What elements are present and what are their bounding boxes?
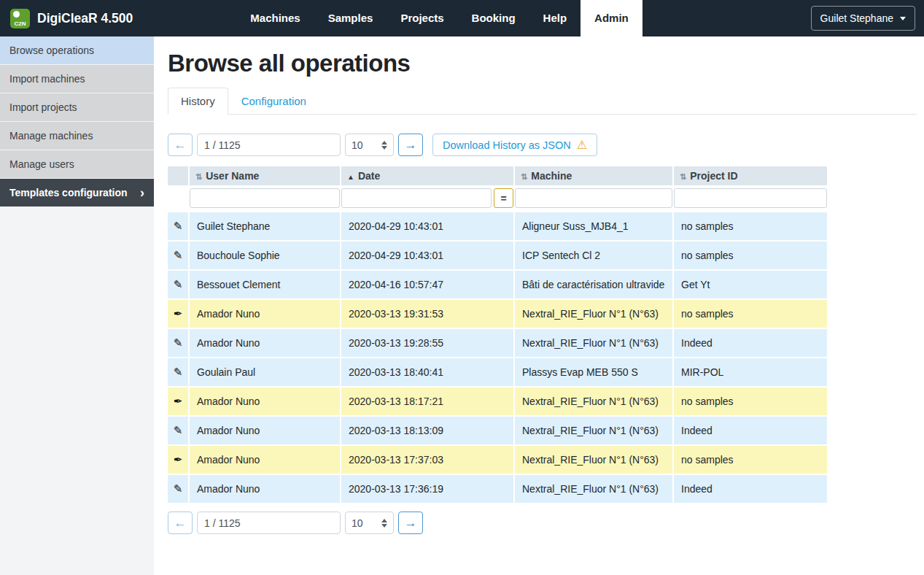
table-row: ✎ Goulain Paul 2020-03-13 18:40:41 Plass… [168, 358, 827, 386]
sign-pen-icon[interactable]: ✒ [174, 395, 183, 407]
prev-page-button[interactable]: ← [168, 134, 193, 156]
arrow-right-icon: → [405, 138, 417, 153]
col-machine[interactable]: ⇅Machine [515, 166, 672, 185]
spinner-up-down-icon [381, 141, 387, 150]
row-action-cell[interactable]: ✒ [168, 300, 188, 328]
logo-dot [13, 11, 20, 18]
page-size-select-bottom[interactable]: 10 [345, 512, 394, 534]
table-row: ✒ Amador Nuno 2020-03-13 19:31:53 Nextra… [168, 300, 827, 328]
cell-date: 2020-03-13 19:28:55 [341, 329, 513, 357]
tab-configuration[interactable]: Configuration [228, 88, 319, 115]
col-date[interactable]: ▲Date [341, 166, 513, 185]
row-action-cell[interactable]: ✎ [168, 329, 188, 357]
sidebar-item-templates-configuration[interactable]: Templates configuration › [0, 179, 154, 207]
edit-pencil-icon[interactable]: ✎ [174, 278, 183, 290]
page-size-value: 10 [352, 139, 363, 151]
sidebar-item-label: Import machines [9, 73, 85, 85]
nav-item-help[interactable]: Help [529, 0, 581, 36]
nav-item-admin[interactable]: Admin [581, 0, 642, 36]
row-action-cell[interactable]: ✎ [168, 212, 188, 240]
table-row: ✎ Amador Nuno 2020-03-13 18:13:09 Nextra… [168, 417, 827, 444]
row-action-cell[interactable]: ✎ [168, 242, 188, 269]
edit-pencil-icon[interactable]: ✎ [174, 366, 183, 378]
filter-date-input[interactable] [341, 188, 492, 208]
cell-date: 2020-03-13 17:36:19 [341, 475, 513, 503]
edit-pencil-icon[interactable]: ✎ [174, 336, 183, 349]
cell-project-id: no samples [674, 212, 827, 240]
next-page-button[interactable]: → [398, 134, 423, 156]
col-project-id-label: Project ID [690, 170, 737, 182]
sort-icon: ⇅ [195, 172, 202, 181]
sidebar-item-import-projects[interactable]: Import projects [0, 93, 154, 121]
nav-menu: MachinesSamplesProjectsBookingHelpAdmin [236, 0, 642, 36]
sidebar-item-import-machines[interactable]: Import machines [0, 65, 154, 93]
header-row: ⇅User Name ▲Date ⇅Machine ⇅Project ID [168, 166, 827, 185]
cell-project-id: Indeed [674, 475, 827, 503]
filter-machine-input[interactable] [515, 188, 672, 208]
edit-pencil-icon[interactable]: ✎ [174, 424, 183, 436]
page-indicator-input[interactable] [197, 134, 341, 156]
cell-date: 2020-03-13 19:31:53 [341, 300, 513, 328]
cell-project-id: Get Yt [674, 271, 827, 298]
row-action-cell[interactable]: ✒ [168, 446, 188, 474]
nav-item-label: Machines [250, 12, 300, 24]
filter-match-mode-button[interactable]: = [494, 188, 513, 208]
nav-item-samples[interactable]: Samples [314, 0, 387, 36]
cell-machine: Nextral_RIE_Fluor N°1 (N°63) [515, 329, 672, 357]
filter-project-input[interactable] [674, 188, 827, 208]
nav-item-projects[interactable]: Projects [387, 0, 457, 36]
page-indicator-input-bottom[interactable] [197, 512, 341, 534]
cell-user-name: Goulain Paul [190, 358, 340, 386]
sidebar-item-label: Templates configuration [9, 187, 128, 198]
edit-pencil-icon[interactable]: ✎ [174, 249, 183, 261]
cell-user-name: Amador Nuno [190, 446, 340, 474]
cell-project-id: no samples [674, 300, 827, 328]
cell-user-name: Guilet Stephane [190, 212, 340, 240]
col-project-id[interactable]: ⇅Project ID [674, 166, 827, 185]
sidebar-item-manage-users[interactable]: Manage users [0, 150, 154, 178]
edit-pencil-icon[interactable]: ✎ [174, 482, 183, 495]
row-action-cell[interactable]: ✒ [168, 387, 188, 415]
cell-user-name: Bouchoule Sophie [190, 242, 340, 269]
page-size-value: 10 [352, 517, 363, 529]
row-action-cell[interactable]: ✎ [168, 271, 188, 298]
cell-machine: Nextral_RIE_Fluor N°1 (N°63) [515, 387, 672, 415]
sidebar-item-label: Manage machines [9, 130, 93, 142]
arrow-left-icon: ← [174, 138, 187, 153]
chevron-right-icon: › [140, 186, 144, 199]
sign-pen-icon[interactable]: ✒ [174, 453, 183, 466]
brand[interactable]: C2N DigiCleaR 4.500 [0, 0, 143, 36]
sign-pen-icon[interactable]: ✒ [174, 307, 183, 320]
filter-user-input[interactable] [190, 188, 340, 208]
caret-down-icon [900, 17, 906, 20]
col-user-name[interactable]: ⇅User Name [190, 166, 340, 185]
next-page-button-bottom[interactable]: → [398, 512, 423, 534]
icon-column-header [168, 166, 188, 185]
cell-machine: Bâti de caractérisation ultravide [515, 271, 672, 298]
sidebar-item-label: Import projects [9, 101, 77, 113]
filter-row: = [168, 187, 827, 211]
page-size-select[interactable]: 10 [345, 134, 394, 156]
sidebar-item-manage-machines[interactable]: Manage machines [0, 122, 154, 150]
cell-machine: Nextral_RIE_Fluor N°1 (N°63) [515, 300, 672, 328]
row-action-cell[interactable]: ✎ [168, 358, 188, 386]
page-layout: Browse operations Import machines Import… [0, 36, 924, 575]
user-menu-button[interactable]: Guilet Stephane [811, 6, 915, 31]
download-history-button[interactable]: Download History as JSON ⚠ [432, 134, 597, 156]
row-action-cell[interactable]: ✎ [168, 417, 188, 444]
cell-date: 2020-04-16 10:57:47 [341, 271, 513, 298]
row-action-cell[interactable]: ✎ [168, 475, 188, 503]
nav-item-booking[interactable]: Booking [458, 0, 529, 36]
table-row: ✎ Bessouet Clement 2020-04-16 10:57:47 B… [168, 271, 827, 298]
col-date-label: Date [358, 170, 380, 182]
tab-bar: History Configuration [168, 88, 917, 115]
sidebar-item-browse-operations[interactable]: Browse operations [0, 36, 154, 64]
prev-page-button-bottom[interactable]: ← [168, 512, 193, 534]
cell-machine: Plassys Evap MEB 550 S [515, 358, 672, 386]
page-title: Browse all operations [168, 50, 917, 77]
edit-pencil-icon[interactable]: ✎ [174, 220, 183, 232]
nav-item-label: Projects [400, 12, 443, 24]
nav-item-machines[interactable]: Machines [236, 0, 314, 36]
filter-icon-cell [168, 187, 188, 211]
tab-history[interactable]: History [168, 88, 228, 115]
